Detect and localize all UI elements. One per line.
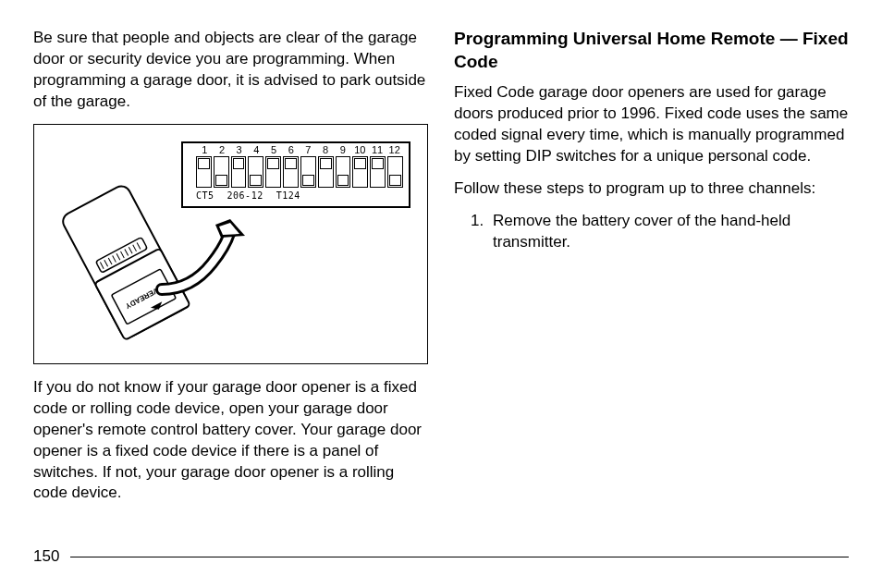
- section-heading: Programming Universal Home Remote — Fixe…: [454, 28, 849, 73]
- page-footer: 150: [33, 546, 849, 568]
- dip-switch-numbers: 1 2 3 4 5 6 7 8 9 10 11 12: [196, 143, 403, 157]
- safety-paragraph: Be sure that people and objects are clea…: [33, 28, 428, 113]
- dip-switch-diagram: 1 2 3 4 5 6 7 8 9 10 11 12: [33, 124, 428, 364]
- right-column: Programming Universal Home Remote — Fixe…: [454, 28, 849, 515]
- dip-switch-panel: 1 2 3 4 5 6 7 8 9 10 11 12: [181, 141, 410, 208]
- step-1: 1. Remove the battery cover of the hand-…: [471, 211, 849, 253]
- arrow-icon: [154, 217, 256, 300]
- dip-panel-label: CT5 206-12 T124: [196, 190, 403, 202]
- page-number: 150: [33, 546, 59, 568]
- code-type-paragraph: If you do not know if your garage door o…: [33, 377, 428, 505]
- step-text: Remove the battery cover of the hand-hel…: [493, 211, 849, 253]
- dip-switches: [196, 156, 403, 188]
- left-column: Be sure that people and objects are clea…: [33, 28, 428, 515]
- fixed-code-description: Fixed Code garage door openers are used …: [454, 82, 849, 167]
- footer-rule: [70, 557, 849, 558]
- steps-intro: Follow these steps to program up to thre…: [454, 178, 849, 200]
- step-number: 1.: [471, 211, 493, 253]
